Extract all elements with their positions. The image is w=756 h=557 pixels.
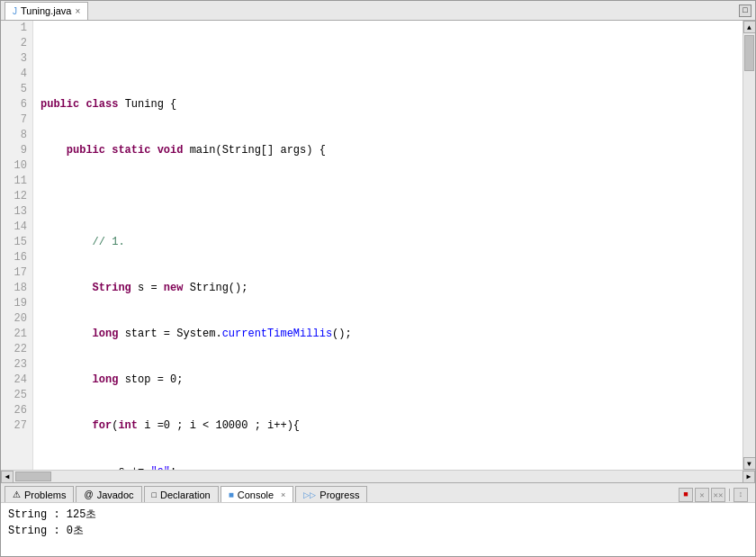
window-controls: □ bbox=[739, 4, 752, 17]
console-output: String : 125초 String : 0초 bbox=[1, 502, 755, 556]
declaration-icon: □ bbox=[152, 490, 157, 499]
divider bbox=[729, 489, 730, 501]
tab-progress[interactable]: ▷▷ Progress bbox=[295, 486, 367, 502]
tab-filename: Tuning.java bbox=[21, 5, 71, 16]
tab-problems-label: Problems bbox=[24, 490, 66, 500]
code-line-2: public class Tuning { bbox=[40, 97, 735, 112]
tab-declaration[interactable]: □ Declaration bbox=[144, 486, 219, 502]
terminate-button[interactable]: ✕ bbox=[695, 488, 709, 502]
scroll-lock-button[interactable]: ↕ bbox=[734, 488, 748, 502]
console-line-2: String : 0초 bbox=[8, 523, 748, 539]
console-close-icon[interactable]: × bbox=[281, 490, 285, 499]
tab-declaration-label: Declaration bbox=[160, 490, 211, 500]
file-icon: J bbox=[13, 6, 17, 16]
tab-progress-label: Progress bbox=[320, 490, 359, 500]
tab-console-label: Console bbox=[238, 490, 274, 500]
scroll-up-button[interactable]: ▲ bbox=[743, 21, 756, 33]
editor-area: 1 2 3 4 5 6 7 8 9 10 11 12 13 14 15 16 1… bbox=[1, 21, 755, 482]
scroll-lock-icon: ↕ bbox=[738, 490, 742, 499]
remove-all-button[interactable]: ✕✕ bbox=[711, 488, 725, 502]
tab-javadoc-label: Javadoc bbox=[97, 490, 134, 500]
code-line-5: // 1. bbox=[40, 235, 735, 250]
console-icon: ■ bbox=[229, 490, 234, 499]
tab-javadoc[interactable]: @ Javadoc bbox=[76, 486, 141, 502]
code-line-1 bbox=[40, 51, 735, 67]
bottom-tab-bar: ⚠ Problems @ Javadoc □ Declaration ■ Con… bbox=[1, 482, 755, 502]
code-line-10: s += "a"; bbox=[40, 464, 735, 470]
code-line-9: for(int i =0 ; i < 10000 ; i++){ bbox=[40, 418, 735, 434]
javadoc-icon: @ bbox=[84, 490, 93, 499]
editor-content: 1 2 3 4 5 6 7 8 9 10 11 12 13 14 15 16 1… bbox=[1, 21, 755, 470]
tab-console[interactable]: ■ Console × bbox=[220, 486, 294, 502]
code-line-8: long stop = 0; bbox=[40, 373, 735, 388]
code-line-7: long start = System.currentTimeMillis(); bbox=[40, 327, 735, 342]
progress-icon: ▷▷ bbox=[303, 490, 316, 499]
code-editor[interactable]: public class Tuning { public static void… bbox=[33, 21, 742, 470]
horizontal-scrollbar[interactable]: ◀ ▶ bbox=[1, 470, 755, 482]
vertical-scrollbar[interactable]: ▲ ▼ bbox=[742, 21, 755, 470]
stop-button[interactable]: ■ bbox=[679, 488, 693, 502]
scroll-thumb-v[interactable] bbox=[744, 35, 754, 71]
scroll-right-button[interactable]: ▶ bbox=[742, 471, 755, 483]
scroll-track-h[interactable] bbox=[14, 471, 742, 482]
remove-all-icon: ✕✕ bbox=[714, 490, 724, 500]
console-line-1: String : 125초 bbox=[8, 507, 748, 523]
scroll-thumb-h[interactable] bbox=[15, 472, 51, 481]
terminate-icon: ✕ bbox=[699, 490, 704, 500]
scroll-left-button[interactable]: ◀ bbox=[1, 471, 14, 483]
editor-tab-bar: J Tuning.java × □ bbox=[1, 1, 755, 21]
scroll-track-v[interactable] bbox=[743, 33, 755, 457]
main-window: J Tuning.java × □ 1 2 3 4 5 6 7 8 9 10 1… bbox=[0, 0, 756, 557]
tab-problems[interactable]: ⚠ Problems bbox=[4, 486, 74, 502]
problems-icon: ⚠ bbox=[13, 490, 21, 499]
console-actions: ■ ✕ ✕✕ ↕ bbox=[679, 488, 752, 502]
code-line-6: String s = new String(); bbox=[40, 281, 735, 296]
line-numbers: 1 2 3 4 5 6 7 8 9 10 11 12 13 14 15 16 1… bbox=[1, 21, 33, 470]
editor-tab-tuning[interactable]: J Tuning.java × bbox=[4, 2, 88, 20]
stop-icon: ■ bbox=[683, 490, 688, 499]
scroll-down-button[interactable]: ▼ bbox=[743, 457, 756, 470]
code-line-3: public static void main(String[] args) { bbox=[40, 143, 735, 158]
tab-close-icon[interactable]: × bbox=[75, 6, 80, 16]
restore-button[interactable]: □ bbox=[739, 4, 752, 17]
code-line-4 bbox=[40, 189, 735, 204]
